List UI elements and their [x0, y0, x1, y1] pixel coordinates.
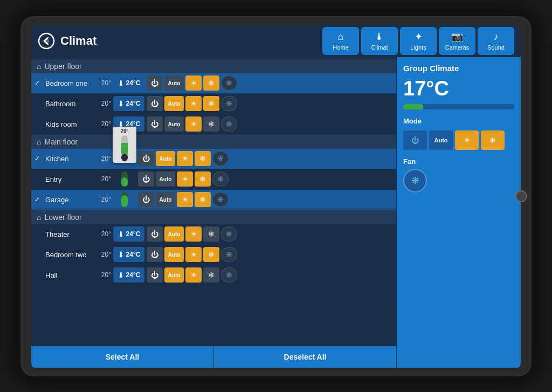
- auto-btn-theater[interactable]: Auto: [164, 226, 184, 242]
- fan-btn-entry[interactable]: ❋: [212, 171, 229, 187]
- snow-btn-kids-room[interactable]: ❄: [203, 116, 219, 132]
- sun-btn-kitchen[interactable]: ☀: [177, 151, 193, 166]
- controls-kids-room: ⏻ Auto ☀ ❄ ❋: [147, 116, 393, 132]
- fan-btn-hall[interactable]: ❋: [221, 267, 237, 283]
- sun-btn-garage[interactable]: ☀: [177, 192, 193, 207]
- room-row-hall[interactable]: Hall 20° 🌡 24°C ⏻ Auto ☀ ❄ ❋: [31, 265, 396, 286]
- snow-btn-kitchen[interactable]: ❄: [195, 151, 211, 166]
- room-name-garage: Garage: [45, 196, 94, 204]
- mode-snow-btn[interactable]: ❄: [481, 130, 505, 150]
- tab-home[interactable]: ⌂ Home: [322, 27, 359, 55]
- tab-home-label: Home: [333, 44, 348, 51]
- fan-btn-bedroom-two[interactable]: ❋: [221, 247, 237, 262]
- snow-btn-hall[interactable]: ❄: [203, 267, 219, 283]
- room-row-kitchen[interactable]: ✓ Kitchen 20° 29°: [31, 149, 396, 169]
- tablet-home-button[interactable]: [515, 190, 527, 202]
- power-btn-garage[interactable]: ⏻: [138, 192, 154, 207]
- back-icon[interactable]: [38, 32, 55, 50]
- mode-power-btn[interactable]: ⏻: [403, 130, 427, 150]
- tab-lights[interactable]: ✦ Lights: [400, 27, 437, 55]
- room-row-garage[interactable]: ✓ Garage 20° ⏻ Auto ☀ ❄: [31, 190, 396, 210]
- nav-tabs: ⌂ Home 🌡 Climat ✦ Lights 📷 Cameras ♪: [322, 27, 514, 55]
- tab-cameras[interactable]: 📷 Cameras: [439, 27, 475, 55]
- tab-climat[interactable]: 🌡 Climat: [361, 27, 398, 55]
- snow-btn-entry[interactable]: ❄: [195, 171, 211, 187]
- floor-header-upper: ⌂ Upper floor: [31, 59, 396, 73]
- power-btn-entry[interactable]: ⏻: [138, 171, 154, 187]
- fan-btn-bedroom-one[interactable]: ❋: [221, 75, 237, 91]
- auto-btn-bathroom[interactable]: Auto: [164, 96, 184, 111]
- sun-btn-kids-room[interactable]: ☀: [185, 116, 202, 132]
- room-row-entry[interactable]: Entry 20° ⏻ Auto ☀ ❄ ❋: [31, 169, 396, 190]
- setpoint-hall: 20°: [94, 271, 111, 279]
- room-row-bathroom[interactable]: Bathroom 20° 🌡 24°C ⏻ Auto ☀ ❄ ❋: [31, 94, 396, 114]
- sun-btn-hall[interactable]: ☀: [185, 267, 202, 283]
- controls-bathroom: ⏻ Auto ☀ ❄ ❋: [147, 96, 393, 111]
- room-name-entry: Entry: [45, 175, 94, 183]
- snow-btn-bedroom-two[interactable]: ❄: [203, 247, 219, 262]
- auto-btn-hall[interactable]: Auto: [164, 267, 184, 283]
- group-climate-temp: 17°C: [403, 78, 514, 99]
- temp-progress-fill: [403, 104, 423, 109]
- room-row-bedroom-two[interactable]: Bedroom two 20° 🌡 24°C ⏻ Auto ☀ ❄ ❋: [31, 245, 396, 265]
- controls-bedroom-two: ⏻ Auto ☀ ❄ ❋: [147, 247, 393, 262]
- auto-btn-bedroom-two[interactable]: Auto: [164, 247, 184, 262]
- snow-btn-theater[interactable]: ❄: [203, 226, 219, 242]
- tab-lights-label: Lights: [410, 44, 426, 51]
- room-row-bedroom-one[interactable]: ✓ Bedroom one 20° 🌡 24°C ⏻ Auto ☀ ❄ ❋: [31, 73, 396, 94]
- tab-sound-label: Sound: [487, 44, 505, 51]
- tab-sound[interactable]: ♪ Sound: [478, 27, 514, 55]
- auto-btn-kitchen[interactable]: Auto: [156, 151, 175, 166]
- power-btn-hall[interactable]: ⏻: [147, 267, 163, 283]
- floor-icon-main: ⌂: [37, 137, 41, 146]
- power-btn-kids-room[interactable]: ⏻: [147, 116, 163, 132]
- controls-kitchen: ⏻ Auto ☀ ❄ ❋: [138, 151, 393, 166]
- checkmark-kitchen: ✓: [34, 155, 45, 162]
- power-btn-bedroom-two[interactable]: ⏻: [147, 247, 163, 262]
- auto-btn-bedroom-one[interactable]: Auto: [164, 75, 184, 91]
- controls-garage: ⏻ Auto ☀ ❄ ❋: [138, 192, 393, 207]
- auto-btn-entry[interactable]: Auto: [156, 171, 175, 187]
- setpoint-kitchen: 20°: [94, 155, 111, 162]
- floor-icon-lower: ⌂: [37, 213, 41, 222]
- room-row-theater[interactable]: Theater 20° 🌡 24°C ⏻ Auto ☀ ❄ ❋: [31, 224, 396, 245]
- fan-btn-garage[interactable]: ❋: [212, 192, 229, 207]
- sun-btn-bathroom[interactable]: ☀: [185, 96, 202, 111]
- mode-sun-btn[interactable]: ☀: [455, 130, 479, 150]
- controls-hall: ⏻ Auto ☀ ❄ ❋: [147, 267, 393, 283]
- auto-btn-garage[interactable]: Auto: [156, 192, 175, 207]
- select-all-button[interactable]: Select All: [31, 346, 214, 368]
- fan-btn-theater[interactable]: ❋: [221, 226, 237, 242]
- power-btn-bedroom-one[interactable]: ⏻: [147, 75, 163, 91]
- room-name-kids-room: Kids room: [45, 120, 94, 128]
- sun-btn-entry[interactable]: ☀: [177, 171, 193, 187]
- cameras-icon: 📷: [451, 31, 463, 43]
- page-title: Climat: [60, 34, 96, 48]
- sun-btn-bedroom-two[interactable]: ☀: [185, 247, 202, 262]
- fan-label: Fan: [403, 157, 514, 166]
- main-content: ⌂ Upper floor ✓ Bedroom one 20° 🌡 24°C: [31, 57, 521, 368]
- fan-btn-kitchen[interactable]: ❋: [212, 151, 229, 166]
- mode-label: Mode: [403, 117, 514, 125]
- deselect-all-button[interactable]: Deselect All: [214, 346, 396, 368]
- fan-btn-bathroom[interactable]: ❋: [221, 96, 237, 111]
- power-btn-kitchen[interactable]: ⏻: [138, 151, 154, 166]
- room-row-kids-room[interactable]: Kids room 20° 🌡 24°C ⏻ Auto ☀ ❄ ❋: [31, 114, 396, 135]
- fan-btn-kids-room[interactable]: ❋: [221, 116, 237, 132]
- power-btn-bathroom[interactable]: ⏻: [147, 96, 163, 111]
- sun-btn-bedroom-one[interactable]: ☀: [185, 75, 202, 91]
- right-panel: Group Climate 17°C Mode ⏻ Auto ☀ ❄ Fan ❋: [397, 57, 521, 368]
- snow-btn-bedroom-one[interactable]: ❄: [203, 75, 219, 91]
- controls-bedroom-one: ⏻ Auto ☀ ❄ ❋: [147, 75, 393, 91]
- controls-entry: ⏻ Auto ☀ ❄ ❋: [138, 171, 393, 187]
- temp-bedroom-two: 🌡 24°C: [113, 247, 144, 262]
- snow-btn-bathroom[interactable]: ❄: [203, 96, 219, 111]
- sun-btn-theater[interactable]: ☀: [185, 226, 202, 242]
- power-btn-theater[interactable]: ⏻: [147, 226, 163, 242]
- mode-auto-btn[interactable]: Auto: [429, 130, 453, 150]
- setpoint-theater: 20°: [94, 230, 111, 238]
- fan-icon-btn[interactable]: ❋: [403, 169, 427, 192]
- snow-btn-garage[interactable]: ❄: [195, 192, 211, 207]
- auto-btn-kids-room[interactable]: Auto: [164, 116, 184, 132]
- setpoint-kids-room: 20°: [94, 120, 111, 128]
